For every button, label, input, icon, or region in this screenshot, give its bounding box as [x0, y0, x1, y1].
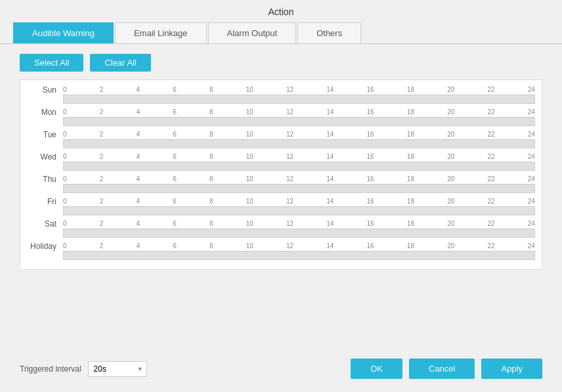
tab-content: Select All Clear All Sun 024681012141618…	[0, 44, 562, 280]
day-block-holiday: Holiday 024681012141618202224	[27, 242, 535, 260]
triggered-interval-section: Triggered Interval 5s 10s 20s 30s 60s	[20, 361, 147, 377]
bar-mon[interactable]	[63, 117, 535, 126]
ok-button[interactable]: OK	[351, 359, 402, 379]
footer: Triggered Interval 5s 10s 20s 30s 60s OK…	[0, 359, 562, 379]
day-label-sun: Sun	[27, 85, 63, 95]
action-dialog: Action Audible Warning Email Linkage Ala…	[0, 0, 562, 392]
clear-all-button[interactable]: Clear All	[90, 54, 150, 72]
bar-sun[interactable]	[63, 95, 535, 104]
scale-row-mon: Mon 024681012141618202224	[27, 108, 535, 117]
day-block-thu: Thu 024681012141618202224	[27, 175, 535, 193]
action-buttons: Select All Clear All	[20, 54, 542, 72]
bar-thu[interactable]	[63, 184, 535, 193]
cancel-button[interactable]: Cancel	[409, 359, 475, 379]
footer-buttons: OK Cancel Apply	[351, 359, 542, 379]
tab-alarm-output[interactable]: Alarm Output	[208, 22, 297, 43]
day-block-tue: Tue 024681012141618202224	[27, 130, 535, 148]
bar-sat[interactable]	[63, 229, 535, 238]
tab-email-linkage[interactable]: Email Linkage	[115, 22, 207, 43]
tab-audible-warning[interactable]: Audible Warning	[13, 22, 114, 43]
schedule-table: Sun 024681012141618202224 Mon 0246810121…	[20, 79, 542, 270]
day-block-sun: Sun 024681012141618202224	[27, 85, 535, 104]
bar-fri[interactable]	[63, 206, 535, 215]
select-all-button[interactable]: Select All	[20, 54, 83, 72]
tab-bar: Audible Warning Email Linkage Alarm Outp…	[0, 22, 562, 44]
schedule-row-sun	[27, 95, 535, 104]
day-block-sat: Sat 024681012141618202224	[27, 219, 535, 238]
apply-button[interactable]: Apply	[481, 359, 542, 379]
scale-numbers-sun: 024681012141618202224	[63, 86, 535, 94]
bar-holiday[interactable]	[63, 251, 535, 260]
bar-tue[interactable]	[63, 139, 535, 148]
dialog-title: Action	[0, 0, 562, 22]
triggered-interval-label: Triggered Interval	[20, 364, 81, 374]
day-block-mon: Mon 024681012141618202224	[27, 108, 535, 126]
day-block-wed: Wed 024681012141618202224	[27, 152, 535, 171]
day-block-fri: Fri 024681012141618202224	[27, 197, 535, 215]
triggered-interval-select[interactable]: 5s 10s 20s 30s 60s	[88, 361, 147, 377]
tab-others[interactable]: Others	[297, 22, 361, 43]
bar-wed[interactable]	[63, 162, 535, 171]
scale-row-sun: Sun 024681012141618202224	[27, 85, 535, 95]
interval-select-wrapper: 5s 10s 20s 30s 60s	[88, 361, 147, 377]
